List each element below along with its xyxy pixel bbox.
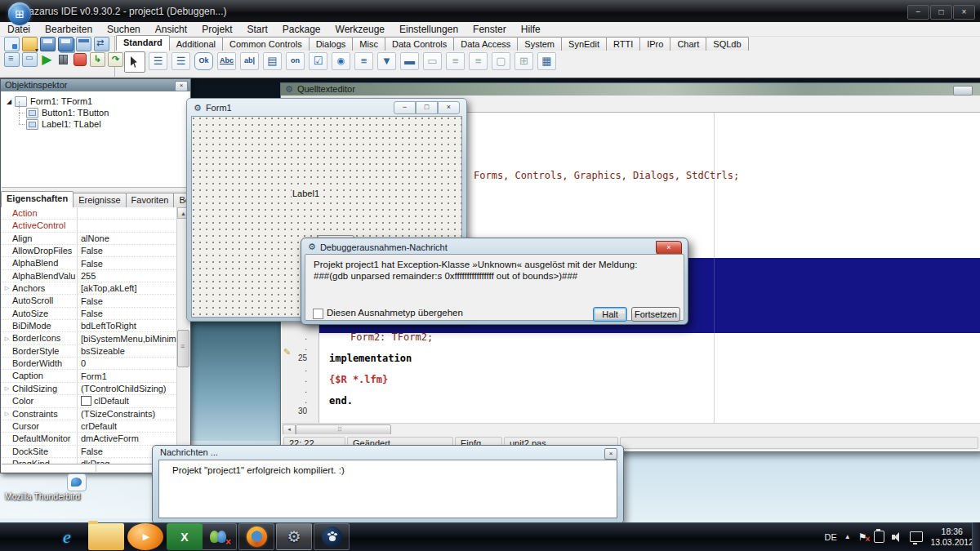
open-icon[interactable]	[22, 37, 38, 51]
property-value[interactable]: False	[78, 296, 189, 306]
palette-tab[interactable]: Standard	[116, 35, 170, 51]
language-indicator[interactable]: DE	[824, 532, 836, 542]
BiDiMode[interactable]: BiDiMode bdLeftToRight	[2, 320, 189, 332]
menu-item[interactable]: Start	[239, 24, 274, 35]
property-value[interactable]: Form1	[78, 371, 189, 381]
main-titlebar[interactable]: ⚙ Lazarus IDE v0.9.30.2 - project1 (Debu…	[0, 0, 980, 22]
ChildSizing[interactable]: ChildSizing (TControlChildSizing)	[2, 383, 189, 395]
tpopupmenu-icon[interactable]: ☰	[172, 52, 190, 70]
inspector-tab[interactable]: Favoriten	[126, 193, 175, 207]
tpanel-icon[interactable]: ▢	[492, 52, 510, 70]
property-value[interactable]: 0	[78, 358, 189, 368]
save-all-icon[interactable]	[58, 37, 74, 51]
tgroupbox-icon[interactable]: ▭	[423, 52, 442, 70]
tframe-icon[interactable]: ⊞	[514, 52, 533, 70]
Action[interactable]: Action	[2, 207, 189, 220]
form-maximize-button[interactable]: □	[416, 101, 438, 114]
menu-item[interactable]: Fenster	[466, 24, 514, 35]
property-value[interactable]: clDefault	[78, 396, 189, 406]
action-center-flag-icon[interactable]: ⚑×	[858, 531, 867, 543]
property-value[interactable]: crDefault	[78, 421, 189, 431]
show-desktop-button[interactable]	[972, 522, 980, 551]
palette-tab[interactable]: Dialogs	[309, 37, 354, 51]
tcheckbox-icon[interactable]: ☑	[309, 52, 327, 70]
property-expander-icon[interactable]	[2, 411, 12, 417]
menu-item[interactable]: Projekt	[194, 24, 239, 35]
palette-tab[interactable]: System	[517, 37, 562, 51]
ie-icon[interactable]: e	[49, 523, 85, 550]
step-into-icon[interactable]: ↳	[90, 52, 105, 67]
minimize-button[interactable]: −	[907, 5, 929, 20]
property-value[interactable]: bsSizeable	[78, 346, 189, 356]
tedit-icon[interactable]: ab|	[240, 52, 259, 70]
property-value[interactable]: [akTop,akLeft]	[78, 283, 189, 293]
menu-item[interactable]: Einstellungen	[392, 24, 466, 35]
object-inspector-titlebar[interactable]: Objektinspektor ×	[1, 79, 190, 91]
new-form-icon[interactable]	[76, 37, 91, 51]
ttogglebox-icon[interactable]: on	[286, 52, 305, 70]
property-expander-icon[interactable]	[2, 385, 12, 392]
dialog-close-button[interactable]: ×	[656, 241, 682, 255]
toggle-form-unit-icon[interactable]	[94, 37, 109, 51]
step-over-icon[interactable]: ↷	[108, 52, 123, 67]
AlphaBlendValu[interactable]: AlphaBlendValu 255	[2, 270, 189, 282]
palette-tab[interactable]: Misc	[352, 37, 385, 51]
tradiobutton-icon[interactable]: ◉	[332, 52, 350, 70]
tree-node[interactable]: ◢ Form1: TForm1	[2, 96, 189, 107]
scrollbar-thumb[interactable]	[177, 330, 189, 367]
property-value[interactable]: False	[78, 259, 189, 269]
ignore-exception-checkbox[interactable]	[313, 309, 323, 319]
AllowDropFiles[interactable]: AllowDropFiles False	[2, 245, 189, 257]
messages-list[interactable]: Projekt "project1" erfolgreich kompilier…	[158, 460, 617, 518]
tscrollbar-icon[interactable]: ▬	[400, 52, 419, 70]
AutoScroll[interactable]: AutoScroll False	[2, 295, 189, 307]
form-close-button[interactable]: ×	[438, 101, 460, 114]
volume-icon[interactable]	[892, 532, 902, 542]
palette-tab[interactable]: SynEdit	[561, 37, 607, 51]
tree-node[interactable]: ◢ Label1: TLabel	[2, 118, 189, 130]
continue-button[interactable]: Fortsetzen	[631, 307, 680, 322]
property-value[interactable]: alNone	[78, 233, 189, 243]
message-line[interactable]: Projekt "project1" erfolgreich kompilier…	[172, 465, 345, 475]
lazarus-taskbar-icon[interactable]: ⚙	[287, 527, 301, 546]
property-value[interactable]: False	[78, 309, 189, 318]
source-editor-titlebar[interactable]: ⚙ Quelltexteditor	[281, 83, 980, 96]
Constraints[interactable]: Constraints (TSizeConstraints)	[2, 408, 189, 420]
palette-tab[interactable]: SQLdb	[706, 37, 748, 51]
property-expander-icon[interactable]	[2, 285, 12, 291]
menu-item[interactable]: Suchen	[100, 24, 148, 35]
tradiogroup-icon[interactable]: ≡	[446, 52, 465, 70]
explorer-icon[interactable]	[88, 523, 124, 550]
tbutton-icon[interactable]: Ok	[194, 52, 213, 70]
Anchors[interactable]: Anchors [akTop,akLeft]	[2, 282, 189, 295]
property-value[interactable]: dmActiveForm	[78, 433, 189, 443]
palette-tab[interactable]: Data Controls	[385, 37, 454, 51]
tree-node[interactable]: ◢ Button1: TButton	[2, 107, 189, 118]
wmp-icon[interactable]: ▶	[127, 523, 163, 550]
Cursor[interactable]: Cursor crDefault	[2, 420, 189, 433]
new-unit-icon[interactable]	[4, 37, 20, 51]
messenger-icon[interactable]: ×	[208, 528, 229, 546]
maximize-button[interactable]: □	[930, 5, 952, 20]
property-expander-icon[interactable]	[2, 335, 12, 342]
view-units-icon[interactable]	[4, 52, 20, 67]
form-minimize-button[interactable]: −	[394, 101, 416, 114]
inspector-tab[interactable]: Ereignisse	[73, 193, 126, 207]
close-button[interactable]: ×	[953, 5, 975, 20]
cursor-tool-button[interactable]	[124, 51, 145, 73]
inspector-tab[interactable]: Eigenschaften	[1, 191, 74, 207]
property-value[interactable]: (TControlChildSizing)	[78, 384, 189, 393]
clock[interactable]: 18:36 13.03.2012	[930, 527, 973, 548]
inspector-close-icon[interactable]: ×	[175, 81, 188, 91]
BorderIcons[interactable]: BorderIcons [biSystemMenu,biMinimize,b	[2, 332, 189, 344]
paw-app-icon[interactable]	[322, 527, 342, 547]
excel-icon[interactable]: X	[167, 523, 203, 550]
ActiveControl[interactable]: ActiveControl	[2, 220, 189, 232]
tree-expander-icon[interactable]: ◢	[7, 98, 15, 105]
AlphaBlend[interactable]: AlphaBlend False	[2, 257, 189, 269]
run-icon[interactable]: ▶	[40, 53, 54, 66]
BorderStyle[interactable]: BorderStyle bsSizeable	[2, 345, 189, 358]
property-value[interactable]: 255	[78, 271, 189, 281]
tlabel-icon[interactable]: Abc	[217, 52, 236, 70]
property-value[interactable]: (TSizeConstraints)	[78, 409, 189, 419]
